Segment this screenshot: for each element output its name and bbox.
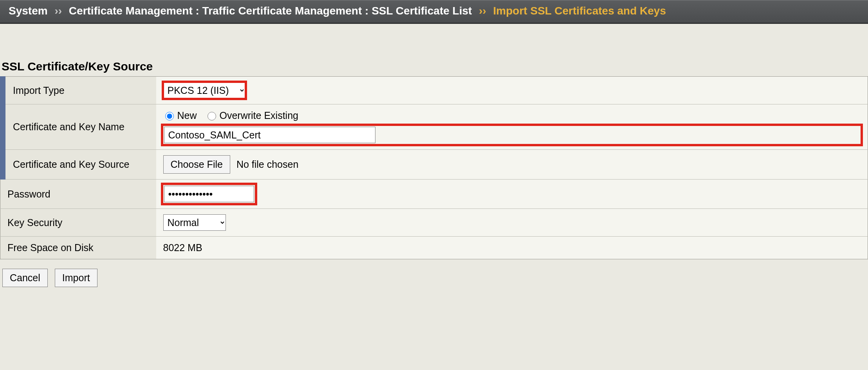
import-button[interactable]: Import xyxy=(55,269,97,287)
breadcrumb-sep-icon: ›› xyxy=(54,5,62,17)
choose-file-button[interactable]: Choose File xyxy=(163,155,230,174)
section-title: SSL Certificate/Key Source xyxy=(0,24,868,76)
radio-overwrite-label: Overwrite Existing xyxy=(220,110,298,121)
radio-new[interactable] xyxy=(165,112,174,120)
file-chosen-status: No file chosen xyxy=(236,159,298,170)
cert-key-name-input[interactable] xyxy=(164,127,375,143)
cell-cert-key-source: Choose File No file chosen xyxy=(156,150,868,180)
cell-password xyxy=(156,180,868,209)
breadcrumb-current: Import SSL Certificates and Keys xyxy=(493,5,666,17)
radio-new-label: New xyxy=(177,110,197,121)
footer-buttons: Cancel Import xyxy=(0,259,868,303)
label-key-security: Key Security xyxy=(0,209,156,237)
cell-free-space: 8022 MB xyxy=(156,237,868,259)
label-cert-key-source: Certificate and Key Source xyxy=(0,150,156,180)
label-import-type: Import Type xyxy=(0,77,156,104)
label-free-space: Free Space on Disk xyxy=(0,237,156,259)
radio-overwrite[interactable] xyxy=(208,112,216,120)
label-password: Password xyxy=(0,180,156,209)
breadcrumb-path[interactable]: Certificate Management : Traffic Certifi… xyxy=(69,5,472,17)
cell-cert-key-name: New Overwrite Existing xyxy=(156,104,868,150)
label-cert-key-name: Certificate and Key Name xyxy=(0,104,156,150)
key-security-select[interactable]: Normal xyxy=(163,214,226,231)
breadcrumb: System ›› Certificate Management : Traff… xyxy=(0,0,868,24)
cell-key-security: Normal xyxy=(156,209,868,237)
cancel-button[interactable]: Cancel xyxy=(2,269,48,287)
form-table: Import Type PKCS 12 (IIS) Certificate an… xyxy=(0,76,868,259)
breadcrumb-sep-icon: ›› xyxy=(479,5,486,17)
import-type-select[interactable]: PKCS 12 (IIS) xyxy=(163,82,245,99)
free-space-value: 8022 MB xyxy=(163,242,202,253)
password-input[interactable] xyxy=(164,186,254,202)
cell-import-type: PKCS 12 (IIS) xyxy=(156,77,868,104)
breadcrumb-system[interactable]: System xyxy=(9,5,48,17)
